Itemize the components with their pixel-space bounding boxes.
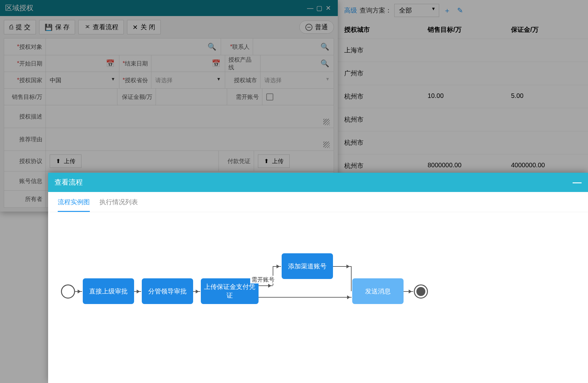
col-city: 授权城市 (338, 25, 421, 34)
task-add-channel-account: 添加渠道账号 (282, 253, 333, 279)
flow-arrow (273, 266, 281, 267)
checkbox-icon[interactable] (266, 93, 273, 100)
resize-icon[interactable] (323, 119, 330, 125)
cell-deposit: 4000000.00 (505, 161, 588, 170)
cell-deposit (505, 46, 588, 55)
save-icon: 💾 (45, 23, 53, 31)
cell-city: 杭州市 (338, 161, 421, 170)
upload-icon: ⎙ (9, 23, 13, 31)
cell-city: 杭州市 (338, 115, 421, 124)
table-row[interactable]: 杭州市 (338, 108, 588, 131)
field-deposit[interactable] (156, 89, 227, 105)
calendar-icon[interactable]: 📅 (212, 59, 220, 68)
label-country: *授权国家 (4, 72, 46, 88)
save-button[interactable]: 💾保 存 (39, 20, 75, 34)
dialog-title: 区域授权 (5, 3, 306, 13)
flow-arrow (134, 291, 141, 292)
field-end-date[interactable]: 📅 (151, 55, 225, 72)
upload-icon: ⬆ (56, 158, 61, 165)
col-sales: 销售目标/万 (421, 25, 505, 34)
bpmn-canvas: 直接上级审批 分管领导审批 上传保证金支付凭证 需开账号 添加渠道账号 发送消息 (48, 212, 588, 347)
field-province[interactable]: 请选择 (151, 72, 225, 88)
cell-city: 广州市 (338, 69, 421, 78)
flow-line (259, 285, 273, 286)
label-account-info: 账号信息 (4, 171, 46, 190)
table-row[interactable]: 上海市 (338, 39, 588, 62)
label-need-account: 需开账号 (227, 89, 262, 105)
close-icon[interactable]: ✕ (324, 4, 333, 12)
resize-icon[interactable] (323, 142, 330, 148)
table-row[interactable]: 杭州市10.005.00 (338, 85, 588, 108)
search-icon[interactable]: 🔍 (208, 43, 216, 51)
search-icon[interactable]: 🔍 (320, 43, 329, 51)
field-auth-target[interactable]: 🔍 (46, 39, 221, 55)
tab-diagram[interactable]: 流程实例图 (58, 198, 90, 212)
cell-sales (421, 138, 505, 147)
advanced-link[interactable]: 高级 (344, 6, 357, 15)
flow-minimize-icon[interactable]: — (573, 177, 582, 187)
label-contact: *联系人 (221, 39, 253, 55)
upload-voucher-button[interactable]: ⬆上传 (258, 154, 290, 168)
cell-deposit (505, 138, 588, 147)
label-deposit: 保证金额/万 (117, 89, 156, 105)
field-country[interactable]: 中国 (46, 72, 119, 88)
dialog-titlebar: 区域授权 — ▢ ✕ (0, 0, 338, 16)
field-start-date[interactable]: 📅 (46, 55, 119, 72)
flow-arrow (193, 291, 200, 292)
filter-bar: 高级 查询方案： 全部 ＋ ✎ (338, 0, 588, 21)
flow-panel: 查看流程 — 流程实例图 执行情况列表 直接上级审批 分管领导审批 上传保证金支… (48, 173, 588, 383)
maximize-icon[interactable]: ▢ (315, 4, 324, 12)
label-voucher: 付款凭证 (219, 151, 254, 171)
flow-tabs: 流程实例图 执行情况列表 (48, 192, 588, 212)
start-event (61, 284, 75, 299)
cell-deposit (505, 69, 588, 78)
field-need-account[interactable] (262, 89, 334, 105)
flow-titlebar: 查看流程 — (48, 173, 588, 192)
task-send-message: 发送消息 (352, 278, 404, 304)
bg-table-header: 授权城市 销售目标/万 保证金/万 (338, 21, 588, 39)
label-start-date: *开始日期 (4, 55, 46, 72)
cell-deposit (505, 115, 588, 124)
submit-button[interactable]: ⎙提 交 (4, 20, 36, 34)
label-agreement: 授权协议 (4, 151, 46, 171)
add-scheme-icon[interactable]: ＋ (442, 6, 453, 15)
x-icon: ✕ (132, 23, 138, 31)
view-flow-button[interactable]: ⪤查看流程 (78, 20, 124, 34)
close-button[interactable]: ✕关 闭 (127, 20, 161, 34)
cell-sales (421, 69, 505, 78)
field-city[interactable]: 请选择 (260, 72, 334, 88)
table-row[interactable]: 广州市 (338, 62, 588, 85)
table-row[interactable]: 杭州市 (338, 131, 588, 154)
cell-city: 杭州市 (338, 138, 421, 147)
cell-sales: 8000000.00 (421, 161, 505, 170)
task-supervisor-approval: 直接上级审批 (83, 278, 134, 304)
flow-arrow (259, 297, 352, 298)
label-province: *授权省份 (119, 72, 151, 88)
tab-exec-list[interactable]: 执行情况列表 (99, 198, 138, 212)
cell-city: 上海市 (338, 46, 421, 55)
flow-line (333, 266, 351, 267)
share-icon: ⪤ (84, 23, 90, 31)
status-icon (305, 24, 312, 31)
calendar-icon[interactable]: 📅 (106, 59, 115, 68)
field-product-line[interactable]: 🔍 (260, 55, 334, 72)
task-manager-approval: 分管领导审批 (142, 278, 193, 304)
field-sales-target[interactable] (46, 89, 117, 105)
upload-icon: ⬆ (264, 158, 269, 165)
field-contact[interactable]: 🔍 (253, 39, 334, 55)
cell-sales: 10.00 (421, 92, 505, 101)
col-deposit: 保证金/万 (505, 25, 588, 34)
edit-scheme-icon[interactable]: ✎ (455, 6, 465, 15)
cell-sales (421, 115, 505, 124)
field-reason[interactable] (46, 128, 334, 151)
label-product-line: 授权产品线 (225, 55, 260, 72)
task-upload-voucher: 上传保证金支付凭证 (201, 278, 259, 304)
label-desc: 授权描述 (4, 105, 46, 128)
minimize-icon[interactable]: — (306, 4, 315, 12)
scheme-select[interactable]: 全部 (394, 4, 439, 17)
search-icon[interactable]: 🔍 (320, 59, 329, 68)
flow-line (351, 266, 352, 291)
label-auth-target: *授权对象 (4, 39, 46, 55)
upload-agreement-button[interactable]: ⬆上传 (50, 154, 81, 168)
field-desc[interactable] (46, 105, 334, 128)
